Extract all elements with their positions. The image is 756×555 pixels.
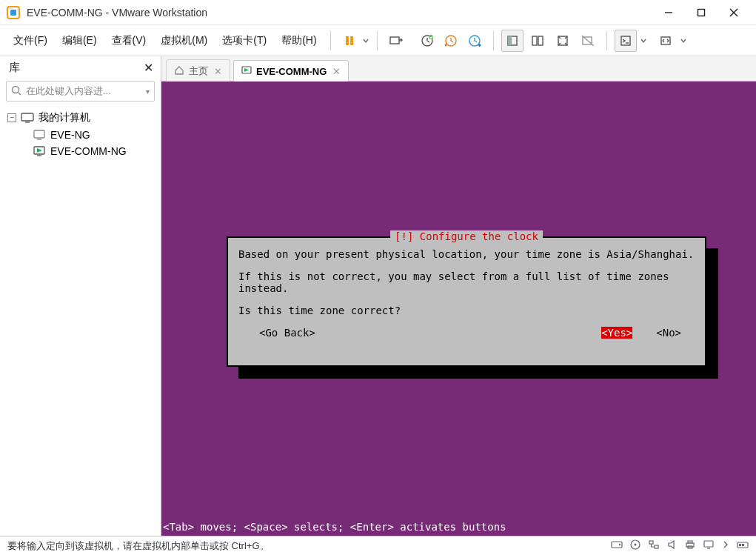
chevron-right-icon[interactable] xyxy=(722,539,729,552)
library-tree: − 我的计算机 EVE-NG EVE-COMM-NG xyxy=(0,106,161,162)
dialog-title: [!] Configure the clock xyxy=(390,230,543,242)
svg-marker-30 xyxy=(37,148,42,153)
pause-button[interactable] xyxy=(338,30,361,52)
pause-dropdown[interactable] xyxy=(362,38,369,44)
menu-tabs[interactable]: 选项卡(T) xyxy=(216,30,272,52)
separator xyxy=(606,31,607,50)
dialog-line-3: Is this time zone correct? xyxy=(238,305,695,316)
devices-menu-icon[interactable] xyxy=(737,539,749,552)
tabs: 主页 ✕ EVE-COMM-NG ✕ xyxy=(161,56,756,82)
tree-root-label: 我的计算机 xyxy=(39,111,90,124)
close-button[interactable] xyxy=(717,1,750,24)
tree-item-label: EVE-COMM-NG xyxy=(50,145,127,157)
svg-point-35 xyxy=(619,544,620,545)
menubar: 文件(F) 编辑(E) 查看(V) 虚拟机(M) 选项卡(T) 帮助(H) xyxy=(0,25,756,56)
status-bar: 要将输入定向到该虚拟机，请在虚拟机内部单击或按 Ctrl+G。 xyxy=(0,536,756,555)
menu-edit[interactable]: 编辑(E) xyxy=(56,30,103,52)
menu-help[interactable]: 帮助(H) xyxy=(275,30,322,52)
separator xyxy=(330,31,331,50)
minimize-button[interactable] xyxy=(652,1,685,24)
tab-home[interactable]: 主页 ✕ xyxy=(166,59,230,82)
send-ctrl-alt-del-button[interactable] xyxy=(385,30,407,52)
vmware-app-icon xyxy=(6,5,21,20)
snapshot-take-button[interactable] xyxy=(416,30,438,52)
stretch-button[interactable] xyxy=(655,30,677,52)
search-icon xyxy=(11,85,21,98)
separator xyxy=(377,31,378,50)
tree-item-eve-ng[interactable]: EVE-NG xyxy=(30,127,156,143)
svg-rect-39 xyxy=(655,545,658,548)
svg-rect-41 xyxy=(688,541,692,543)
disk-icon[interactable] xyxy=(611,539,623,552)
separator xyxy=(493,31,494,50)
svg-point-37 xyxy=(635,544,637,546)
home-icon xyxy=(174,65,184,78)
go-back-button[interactable]: <Go Back> xyxy=(259,327,315,339)
network-icon[interactable] xyxy=(648,539,660,552)
stretch-dropdown[interactable] xyxy=(680,38,687,44)
window-controls xyxy=(652,1,750,24)
svg-rect-16 xyxy=(538,36,543,45)
svg-rect-14 xyxy=(508,36,512,45)
fullscreen-button[interactable] xyxy=(552,30,574,52)
search-placeholder: 在此处键入内容进... xyxy=(26,84,111,98)
svg-rect-46 xyxy=(739,544,741,546)
svg-rect-47 xyxy=(742,544,744,546)
printer-icon[interactable] xyxy=(685,539,695,552)
tab-active-label: EVE-COMM-NG xyxy=(256,66,327,77)
snapshot-revert-button[interactable] xyxy=(440,30,462,52)
svg-rect-25 xyxy=(21,113,33,121)
menu-file[interactable]: 文件(F) xyxy=(7,30,53,52)
svg-rect-3 xyxy=(698,9,705,16)
window-title: EVE-COMM-NG - VMware Workstation xyxy=(27,7,652,19)
sound-icon[interactable] xyxy=(667,539,678,552)
sidebar-close-icon[interactable]: ✕ xyxy=(144,61,153,75)
svg-rect-43 xyxy=(704,541,713,547)
tree-item-label: EVE-NG xyxy=(50,129,90,141)
tab-close-icon[interactable]: ✕ xyxy=(332,66,341,77)
monitor-icon xyxy=(21,113,34,123)
vm-console[interactable]: [!] Configure the clock Based on your pr… xyxy=(161,82,756,536)
menu-vm[interactable]: 虚拟机(M) xyxy=(155,30,213,52)
svg-rect-1 xyxy=(10,10,16,16)
workspace: 主页 ✕ EVE-COMM-NG ✕ [!] Configure the clo… xyxy=(161,56,756,536)
svg-rect-7 xyxy=(350,36,353,45)
tree-item-eve-comm-ng[interactable]: EVE-COMM-NG xyxy=(30,143,156,159)
cd-icon[interactable] xyxy=(630,539,640,552)
dialog-line-1: Based on your present physical location,… xyxy=(238,248,695,260)
expander-icon[interactable]: − xyxy=(7,113,16,122)
menu-view[interactable]: 查看(V) xyxy=(106,30,153,52)
yes-button[interactable]: <Yes> xyxy=(601,327,632,339)
vm-on-icon xyxy=(33,146,46,156)
svg-rect-27 xyxy=(34,130,44,138)
console-dropdown[interactable] xyxy=(640,38,647,44)
no-button[interactable]: <No> xyxy=(656,327,681,339)
chevron-down-icon[interactable]: ▾ xyxy=(146,87,150,96)
tab-close-icon[interactable]: ✕ xyxy=(214,66,222,77)
display-icon[interactable] xyxy=(703,539,715,552)
clock-dialog: [!] Configure the clock Based on your pr… xyxy=(227,236,706,367)
view-single-button[interactable] xyxy=(501,30,523,52)
dialog-line-2: If this is not correct, you may select f… xyxy=(238,270,695,294)
svg-rect-15 xyxy=(532,36,537,45)
svg-rect-8 xyxy=(390,37,399,44)
svg-rect-38 xyxy=(649,541,653,544)
main: 库 ✕ 在此处键入内容进... ▾ − 我的计算机 xyxy=(0,56,756,536)
maximize-button[interactable] xyxy=(685,1,717,24)
svg-line-24 xyxy=(19,93,21,95)
svg-rect-6 xyxy=(346,36,349,45)
tree-root[interactable]: − 我的计算机 xyxy=(4,109,156,127)
tab-home-label: 主页 xyxy=(189,64,208,78)
svg-point-23 xyxy=(13,86,19,93)
titlebar: EVE-COMM-NG - VMware Workstation xyxy=(0,0,756,25)
sidebar-search-input[interactable]: 在此处键入内容进... ▾ xyxy=(6,81,155,102)
sidebar: 库 ✕ 在此处键入内容进... ▾ − 我的计算机 xyxy=(0,56,161,536)
view-multi-button[interactable] xyxy=(526,30,549,52)
console-button[interactable] xyxy=(615,30,637,52)
unity-button[interactable] xyxy=(577,30,599,52)
snapshot-manager-button[interactable] xyxy=(464,30,486,52)
tab-active-vm[interactable]: EVE-COMM-NG ✕ xyxy=(233,60,349,82)
vm-on-icon xyxy=(241,65,252,78)
svg-marker-33 xyxy=(244,68,249,72)
vm-hint-text: <Tab> moves; <Space> selects; <Enter> ac… xyxy=(161,519,756,536)
